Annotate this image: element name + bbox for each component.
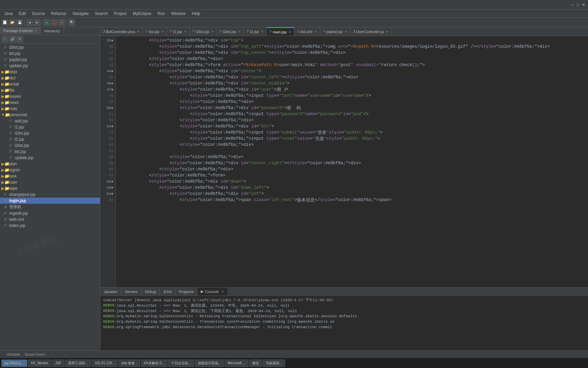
maximize-btn[interactable]: □ (577, 2, 579, 7)
taskbar-item-1[interactable]: KK_Movies (28, 359, 51, 367)
link-with-editor-btn[interactable]: 🔗 (9, 36, 16, 43)
taskbar-item-10[interactable]: 微信 (249, 359, 262, 367)
taskbar-item-11[interactable]: 无标题画... (263, 359, 285, 367)
editor-tab-close-8[interactable]: ✕ (345, 30, 347, 33)
tree-item-5[interactable]: ▶📁dict (0, 75, 100, 81)
tree-item-25[interactable]: Plogin.jsp (0, 198, 100, 204)
toolbar-new[interactable]: 📄 (1, 19, 8, 26)
tree-item-15[interactable]: Pl2.jsp (0, 136, 100, 142)
tree-item-22[interactable]: ▶📁user (0, 179, 100, 185)
tree-item-24[interactable]: Pchangepsd.jsp (0, 191, 100, 198)
editor-tab-4[interactable]: Pl2list.jsp✕ (217, 27, 244, 36)
tree-item-23[interactable]: ▶📁wipe (0, 185, 100, 191)
taskbar-item-5[interactable]: php 食食 - (118, 359, 140, 367)
toolbar-open[interactable]: 📂 (9, 19, 16, 26)
tree-item-1[interactable]: Plist.jsp (0, 50, 100, 57)
tab-hierarchy[interactable]: Hierarchy (41, 27, 64, 35)
toolbar-save[interactable]: 💾 (16, 19, 23, 26)
menu-myeclipse[interactable]: MyEclipse (130, 11, 154, 17)
editor-tab-close-2[interactable]: ✕ (184, 30, 187, 33)
editor-tab-2[interactable]: Pl1.jsp✕ (167, 27, 190, 36)
code-editor[interactable]: 35●4041424344●4546●47●484950●515253●5455… (100, 36, 588, 287)
tree-item-4[interactable]: ▶📁dept (0, 69, 100, 75)
menu-edit[interactable]: Edit (16, 11, 29, 17)
tree-item-13[interactable]: Pl1.jsp (0, 124, 100, 130)
menu-project[interactable]: Project (111, 11, 129, 17)
tab-package-explorer[interactable]: Package Explorer ✕ (0, 27, 41, 35)
taskbar-item-6[interactable]: KK录象机 0... (141, 359, 167, 367)
menu-search[interactable]: Search (92, 11, 111, 17)
tree-item-2[interactable]: Ppaylist.jsp (0, 57, 100, 63)
tree-item-29[interactable]: Pindex.jsp (0, 223, 100, 229)
editor-tab-5[interactable]: Pl2.jsp✕ (244, 27, 266, 36)
tree-item-3[interactable]: Pupdate.jsp (0, 63, 100, 69)
close-tab-icon[interactable]: ✕ (34, 29, 37, 32)
tree-item-0[interactable]: Pl2list.jsp (0, 44, 100, 50)
tree-item-21[interactable]: ▶📁task (0, 173, 100, 179)
taskbar-item-3[interactable]: 昆明工业职... (65, 359, 91, 367)
tree-item-7[interactable]: ▶📁file (0, 87, 100, 93)
editor-tab-close-1[interactable]: ✕ (161, 30, 164, 33)
close-btn[interactable]: ✕ (582, 2, 585, 7)
editor-tab-0[interactable]: JBidController.java✕ (100, 27, 143, 36)
editor-tab-6[interactable]: Pmain.jsp✕ (267, 27, 295, 36)
editor-tab-3[interactable]: Pl1list.jsp✕ (190, 27, 217, 36)
tab-progress[interactable]: Progress (175, 288, 197, 295)
editor-tab-close-3[interactable]: ✕ (211, 30, 214, 33)
sidebar-menu-btn[interactable]: ▼ (16, 36, 23, 43)
tree-item-18[interactable]: Pupdate.jsp (0, 155, 100, 161)
menu-help[interactable]: Help (189, 11, 203, 17)
file-tree[interactable]: Pl2list.jspPlist.jspPpaylist.jspPupdate.… (0, 44, 100, 350)
editor-tab-8[interactable]: Ppaylist.jsp✕ (320, 27, 350, 36)
menu-window[interactable]: Window (168, 11, 189, 17)
tree-item-8[interactable]: ▶📁leaves (0, 93, 100, 99)
toolbar-forward[interactable]: ▶ (34, 19, 40, 26)
menu-run[interactable]: Run (155, 11, 168, 17)
tab-console[interactable]: ▶Console ✕ (197, 288, 228, 295)
editor-tab-9[interactable]: JUserController.ja✕ (350, 27, 392, 36)
tree-item-12[interactable]: Padd.jsp (0, 118, 100, 124)
tree-item-14[interactable]: Pl1list.jsp (0, 130, 100, 136)
editor-tab-close-7[interactable]: ✕ (314, 30, 317, 33)
toolbar-stop[interactable]: ■ (59, 19, 65, 26)
minimize-btn[interactable]: ─ (571, 2, 574, 7)
toolbar-back[interactable]: ◀ (26, 19, 33, 26)
menu-navigate[interactable]: Navigate (70, 11, 91, 17)
collapse-all-btn[interactable]: ⬆ (1, 36, 8, 43)
menu-source[interactable]: Source (29, 11, 48, 17)
menu-java[interactable]: Java (1, 11, 15, 17)
tree-item-20[interactable]: ▶📁signin (0, 167, 100, 173)
tree-item-17[interactable]: Plist.jsp (0, 149, 100, 155)
tree-item-6[interactable]: ▶📁email (0, 81, 100, 87)
editor-tab-1[interactable]: Plist.jsp✕ (143, 27, 167, 36)
editor-tab-close-6[interactable]: ✕ (289, 30, 291, 34)
editor-tab-close-4[interactable]: ✕ (238, 30, 241, 33)
taskbar-item-7[interactable]: 个旧台台站... (168, 359, 194, 367)
toolbar-run[interactable]: ▶ (44, 19, 50, 26)
taskbar-item-2[interactable]: JSP (52, 359, 64, 367)
editor-tab-close-0[interactable]: ✕ (137, 30, 140, 33)
tab-javadoc[interactable]: Javadoc (100, 288, 121, 295)
tab-debug[interactable]: Debug (142, 288, 160, 295)
tree-item-9[interactable]: ▶📁news (0, 99, 100, 106)
menu-refactor[interactable]: Refactor (48, 11, 69, 17)
tab-servers[interactable]: Servers (121, 288, 142, 295)
tree-item-26[interactable]: 🖥登录机 (0, 204, 100, 210)
tree-item-11[interactable]: ▼📁personnel (0, 112, 100, 118)
editor-tab-close-9[interactable]: ✕ (386, 30, 389, 33)
taskbar-item-0[interactable]: jsp OA办公... (1, 359, 27, 367)
tree-item-16[interactable]: Pl2list.jsp (0, 142, 100, 149)
editor-tab-close-5[interactable]: ✕ (261, 30, 264, 33)
tree-item-27[interactable]: Pregedit.jsp (0, 210, 100, 216)
tree-item-19[interactable]: ▶📁plan (0, 161, 100, 167)
toolbar-debug[interactable]: 🐞 (51, 19, 58, 26)
editor-tab-7[interactable]: Xbid.xml✕ (294, 27, 320, 36)
taskbar-item-8[interactable]: 成都温示范地... (195, 359, 224, 367)
tree-item-28[interactable]: Xweb.xml (0, 216, 100, 223)
tab-junit[interactable]: JUnit (160, 288, 175, 295)
taskbar-item-4[interactable]: 101.91.119... (92, 359, 118, 367)
toolbar-search[interactable]: 🔍 (68, 19, 75, 26)
taskbar-item-9[interactable]: Microsoft ... (225, 359, 248, 367)
tree-item-10[interactable]: ▶📁note (0, 106, 100, 112)
console-close[interactable]: ✕ (222, 290, 224, 293)
